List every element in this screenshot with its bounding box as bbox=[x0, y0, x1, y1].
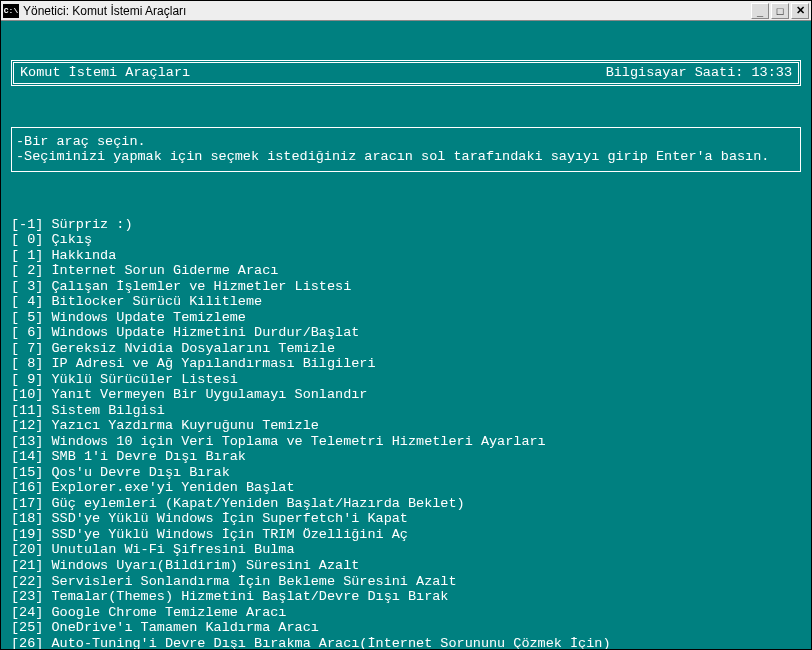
menu-item: [12] Yazıcı Yazdırma Kuyruğunu Temizle bbox=[11, 418, 801, 434]
instruction-line-2: -Seçiminizi yapmak için seçmek istediğin… bbox=[16, 149, 796, 165]
menu-item: [ 5] Windows Update Temizleme bbox=[11, 310, 801, 326]
menu-item: [14] SMB 1'i Devre Dışı Bırak bbox=[11, 449, 801, 465]
maximize-button[interactable]: □ bbox=[771, 3, 789, 19]
menu-item: [21] Windows Uyarı(Bildirim) Süresini Az… bbox=[11, 558, 801, 574]
minimize-button[interactable]: _ bbox=[751, 3, 769, 19]
app-title: Komut İstemi Araçları bbox=[20, 65, 190, 81]
menu-item: [20] Unutulan Wi-Fi Şifresini Bulma bbox=[11, 542, 801, 558]
app-icon: C:\ bbox=[3, 4, 19, 18]
menu-item: [ 1] Hakkında bbox=[11, 248, 801, 264]
menu-item: [ 3] Çalışan İşlemler ve Hizmetler Liste… bbox=[11, 279, 801, 295]
menu-item: [24] Google Chrome Temizleme Aracı bbox=[11, 605, 801, 621]
menu-item: [16] Explorer.exe'yi Yeniden Başlat bbox=[11, 480, 801, 496]
instruction-line-1: -Bir araç seçin. bbox=[16, 134, 796, 150]
window-controls: _ □ ✕ bbox=[751, 3, 809, 19]
menu-item: [15] Qos'u Devre Dışı Bırak bbox=[11, 465, 801, 481]
menu-item: [ 0] Çıkış bbox=[11, 232, 801, 248]
menu-item: [ 2] İnternet Sorun Giderme Aracı bbox=[11, 263, 801, 279]
menu-item: [ 6] Windows Update Hizmetini Durdur/Baş… bbox=[11, 325, 801, 341]
menu-item: [25] OneDrive'ı Tamamen Kaldırma Aracı bbox=[11, 620, 801, 636]
menu-item: [18] SSD'ye Yüklü Windows İçin Superfetc… bbox=[11, 511, 801, 527]
menu-item: [13] Windows 10 için Veri Toplama ve Tel… bbox=[11, 434, 801, 450]
clock-label: Bilgisayar Saati: 13:33 bbox=[606, 65, 792, 81]
menu-item: [10] Yanıt Vermeyen Bir Uygulamayı Sonla… bbox=[11, 387, 801, 403]
titlebar[interactable]: C:\ Yönetici: Komut İstemi Araçları _ □ … bbox=[1, 1, 811, 21]
close-button[interactable]: ✕ bbox=[791, 3, 809, 19]
menu-item: [ 7] Gereksiz Nvidia Dosyalarını Temizle bbox=[11, 341, 801, 357]
terminal-body[interactable]: Komut İstemi Araçları Bilgisayar Saati: … bbox=[1, 21, 811, 649]
menu-item: [-1] Sürpriz :) bbox=[11, 217, 801, 233]
window-frame: C:\ Yönetici: Komut İstemi Araçları _ □ … bbox=[0, 0, 812, 650]
menu-item: [11] Sistem Bilgisi bbox=[11, 403, 801, 419]
header-box: Komut İstemi Araçları Bilgisayar Saati: … bbox=[11, 60, 801, 86]
menu-item: [17] Güç eylemleri (Kapat/Yeniden Başlat… bbox=[11, 496, 801, 512]
menu-item: [26] Auto-Tuning'i Devre Dışı Bırakma Ar… bbox=[11, 636, 801, 649]
menu-item: [ 8] IP Adresi ve Ağ Yapılandırması Bilg… bbox=[11, 356, 801, 372]
menu-item: [22] Servisleri Sonlandırma İçin Bekleme… bbox=[11, 574, 801, 590]
instructions-box: -Bir araç seçin.-Seçiminizi yapmak için … bbox=[11, 127, 801, 172]
menu-item: [ 9] Yüklü Sürücüler Listesi bbox=[11, 372, 801, 388]
menu-item: [ 4] Bitlocker Sürücü Kilitleme bbox=[11, 294, 801, 310]
menu-item: [19] SSD'ye Yüklü Windows İçin TRIM Özel… bbox=[11, 527, 801, 543]
menu-item: [23] Temalar(Themes) Hizmetini Başlat/De… bbox=[11, 589, 801, 605]
menu-list: [-1] Sürpriz :)[ 0] Çıkış[ 1] Hakkında[ … bbox=[11, 217, 801, 649]
window-title: Yönetici: Komut İstemi Araçları bbox=[23, 4, 751, 18]
